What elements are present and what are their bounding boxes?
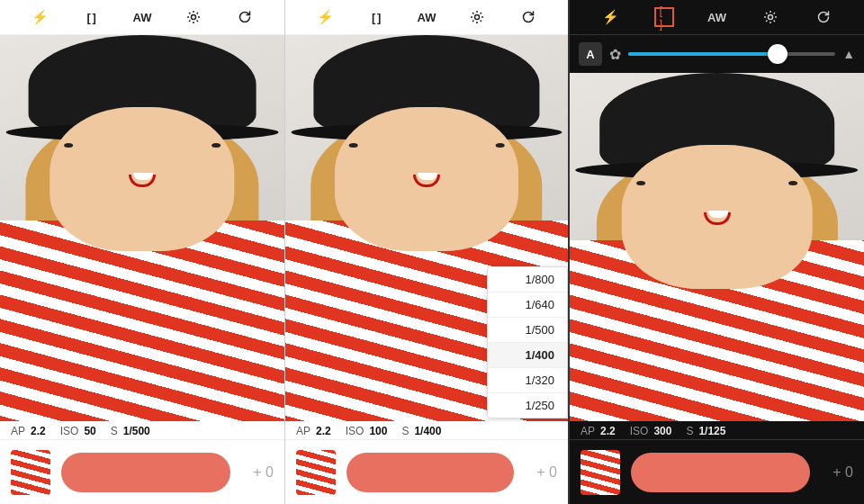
gear-icon-right[interactable] — [760, 7, 780, 27]
aw-icon-right[interactable]: AW — [707, 7, 727, 27]
right-iso-value: 300 — [653, 425, 671, 437]
shutter-item-400[interactable]: 1/400 — [488, 343, 567, 368]
mid-shutter-button[interactable] — [346, 453, 514, 492]
right-s-value: 1/125 — [698, 425, 725, 437]
left-s-label: S — [111, 425, 118, 437]
aw-icon-left[interactable]: AW — [132, 7, 152, 27]
svg-point-0 — [191, 15, 195, 20]
left-iso-label: ISO — [60, 425, 79, 437]
shutter-dropdown: 1/800 1/640 1/500 1/400 1/320 1/250 — [487, 266, 568, 418]
mid-toolbar: ⚡ [ ] AW — [285, 0, 568, 35]
bolt-icon-mid[interactable]: ⚡ — [315, 7, 335, 27]
left-iso-value: 50 — [84, 425, 95, 437]
left-exif: AP 2.2 ISO 50 S 1/500 — [0, 421, 284, 439]
refresh-icon-right[interactable] — [814, 7, 833, 27]
mid-bottom-bar: + 0 — [285, 439, 568, 504]
iso-slider-row: A ✿ ▲ — [570, 35, 864, 73]
bolt-icon-left[interactable]: ⚡ — [30, 7, 50, 27]
svg-point-2 — [768, 15, 772, 20]
right-ap-label: AP — [580, 425, 595, 437]
iso-slider-thumb[interactable] — [768, 44, 788, 64]
shutter-item-500[interactable]: 1/500 — [488, 318, 567, 343]
right-exposure-value: + 0 — [821, 464, 853, 481]
mid-exposure-value: + 0 — [525, 464, 557, 481]
flower-icon: ✿ — [609, 46, 621, 63]
aw-icon-mid[interactable]: AW — [417, 7, 436, 27]
right-toolbar: ⚡ [ ] AW — [570, 0, 864, 35]
left-s-value: 1/500 — [123, 425, 150, 437]
right-thumbnail[interactable] — [580, 450, 620, 495]
right-exif: AP 2.2 ISO 300 S 1/125 — [570, 421, 864, 439]
mid-panel: ⚡ [ ] AW — [285, 0, 570, 504]
right-iso-label: ISO — [630, 425, 649, 437]
bracket-icon-left[interactable]: [ ] — [81, 7, 101, 27]
left-toolbar: ⚡ [ ] AW — [0, 0, 284, 35]
left-shutter-button[interactable] — [61, 453, 230, 492]
mid-exif: AP 2.2 ISO 100 S 1/400 — [285, 421, 568, 439]
mid-iso-value: 100 — [369, 425, 387, 437]
right-shutter-button[interactable] — [631, 453, 810, 492]
mountain-icon: ▲ — [842, 47, 855, 61]
mid-ap-value: 2.2 — [316, 425, 331, 437]
left-photo — [0, 35, 284, 421]
left-bottom-bar: + 0 — [0, 439, 284, 504]
right-panel: ⚡ [ ] AW A ✿ ▲ — [570, 0, 864, 504]
shutter-item-800[interactable]: 1/800 — [488, 267, 567, 292]
left-ap-value: 2.2 — [31, 425, 46, 437]
left-exposure-value: + 0 — [241, 464, 274, 481]
bracket-icon-right[interactable]: [ ] — [654, 7, 674, 27]
right-s-label: S — [686, 425, 693, 437]
gear-icon-mid[interactable] — [467, 7, 487, 27]
svg-point-1 — [475, 15, 480, 20]
mid-thumbnail[interactable] — [296, 450, 336, 495]
mid-photo: 1/800 1/640 1/500 1/400 1/320 1/250 — [285, 35, 568, 421]
bracket-icon-mid[interactable]: [ ] — [366, 7, 386, 27]
right-photo — [570, 73, 864, 421]
right-ap-value: 2.2 — [600, 425, 616, 437]
bolt-icon-right[interactable]: ⚡ — [601, 7, 621, 27]
shutter-item-320[interactable]: 1/320 — [488, 368, 567, 393]
mid-ap-label: AP — [296, 425, 310, 437]
iso-slider-fill — [628, 52, 778, 56]
gear-icon-left[interactable] — [184, 7, 203, 27]
iso-slider-track[interactable] — [628, 52, 835, 56]
left-panel: ⚡ [ ] AW — [0, 0, 285, 504]
left-thumbnail[interactable] — [11, 450, 50, 495]
shutter-item-250[interactable]: 1/250 — [488, 393, 567, 418]
iso-a-button[interactable]: A — [579, 42, 602, 66]
right-bottom-bar: + 0 — [570, 439, 864, 504]
mid-s-label: S — [401, 425, 409, 437]
mid-iso-label: ISO — [346, 425, 364, 437]
refresh-icon-mid[interactable] — [518, 7, 538, 27]
refresh-icon-left[interactable] — [235, 7, 255, 27]
shutter-item-640[interactable]: 1/640 — [488, 292, 567, 318]
left-ap-label: AP — [11, 425, 25, 437]
mid-s-value: 1/400 — [414, 425, 441, 437]
